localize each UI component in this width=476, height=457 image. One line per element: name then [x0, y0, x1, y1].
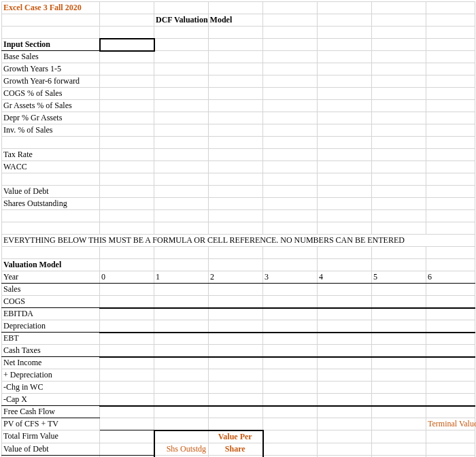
row-label: Cash Taxes: [2, 345, 100, 357]
year-3: 3: [263, 271, 318, 284]
row-label: Base Sales: [2, 51, 100, 63]
input-section-value[interactable]: [100, 39, 154, 51]
value-per-label: Value Per: [209, 430, 263, 443]
cell[interactable]: [100, 14, 154, 27]
cell[interactable]: [426, 14, 475, 27]
cell[interactable]: [100, 51, 154, 63]
row-label: + Depreciation: [2, 369, 100, 382]
cell[interactable]: [100, 75, 154, 88]
row-label: Value of Debt: [2, 443, 100, 455]
cell[interactable]: [100, 112, 154, 124]
cell[interactable]: [154, 2, 209, 14]
terminal-value-label: Terminal Value: [426, 418, 475, 430]
input-section-heading: Input Section: [2, 39, 100, 51]
row-label: EBT: [2, 333, 100, 345]
row-label: COGS % of Sales: [2, 88, 100, 100]
row-label: WACC: [2, 161, 100, 173]
row-label: PV of CFS + TV: [2, 418, 100, 430]
cell[interactable]: [100, 88, 154, 100]
row-label: Free Cash Flow: [2, 406, 100, 418]
row-label: Total Firm Value: [2, 430, 100, 443]
row-label: Inv. % of Sales: [2, 124, 100, 137]
valuation-model-heading: Valuation Model: [2, 259, 100, 271]
cell[interactable]: [100, 2, 154, 14]
year-2: 2: [209, 271, 263, 284]
formula-note: EVERYTHING BELOW THIS MUST BE A FORMULA …: [2, 235, 475, 247]
cell[interactable]: [100, 63, 154, 75]
row-label: Value of Debt: [2, 186, 100, 198]
share-label: Share: [209, 443, 263, 455]
cell[interactable]: [100, 161, 154, 173]
case-title: Excel Case 3 Fall 2020: [2, 2, 100, 14]
row-label: COGS: [2, 296, 100, 308]
shs-outstdg-label: Shs Outstdg: [154, 443, 209, 455]
year-4: 4: [318, 271, 372, 284]
year-1: 1: [154, 271, 209, 284]
year-0: 0: [100, 271, 154, 284]
cell[interactable]: [372, 14, 426, 27]
row-label: Tax Rate: [2, 149, 100, 161]
row-label: Growth Year-6 forward: [2, 75, 100, 88]
row-label: Depr % Gr Assets: [2, 112, 100, 124]
year-6: 6: [426, 271, 475, 284]
row-label: Net Income: [2, 357, 100, 369]
cell[interactable]: [263, 14, 318, 27]
row-label: Sales: [2, 284, 100, 296]
year-label: Year: [2, 271, 100, 284]
year-5: 5: [372, 271, 426, 284]
row-label: Growth Years 1-5: [2, 63, 100, 75]
cell[interactable]: [100, 100, 154, 112]
cell[interactable]: [100, 124, 154, 137]
cell[interactable]: [100, 186, 154, 198]
model-title: DCF Valuation Model: [154, 14, 209, 27]
row-label: -Cap X: [2, 394, 100, 406]
row-label: EBITDA: [2, 308, 100, 320]
cell[interactable]: [318, 2, 372, 14]
cell[interactable]: [372, 2, 426, 14]
row-label: Shares Outstanding: [2, 198, 100, 210]
cell[interactable]: [318, 14, 372, 27]
cell[interactable]: [209, 2, 263, 14]
cell[interactable]: [100, 149, 154, 161]
spreadsheet: Excel Case 3 Fall 2020 DCF Valuation Mod…: [1, 1, 475, 457]
row-label: Gr Assets % of Sales: [2, 100, 100, 112]
cell[interactable]: [100, 198, 154, 210]
cell[interactable]: [2, 14, 100, 27]
cell[interactable]: [263, 2, 318, 14]
cell[interactable]: [426, 2, 475, 14]
cell[interactable]: [154, 430, 209, 443]
row-label: Depreciation: [2, 320, 100, 333]
row-label: -Chg in WC: [2, 382, 100, 394]
